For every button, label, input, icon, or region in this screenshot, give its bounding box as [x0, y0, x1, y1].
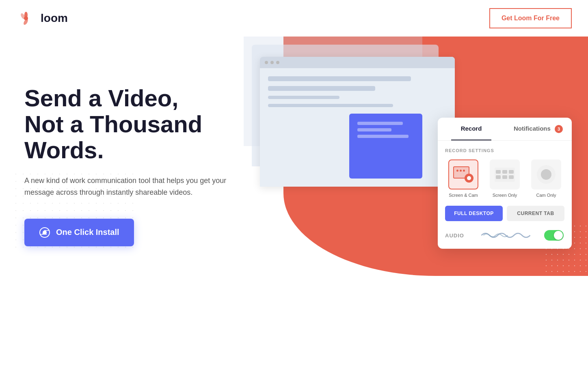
- toggle-knob: [554, 231, 563, 240]
- current-tab-button[interactable]: CURRENT TAB: [507, 206, 564, 221]
- svg-point-0: [24, 16, 28, 20]
- brands-section: Red Bull Dropbox zendesk: [0, 365, 588, 381]
- main-content: Send a Video, Not a Thousand Words. A ne…: [0, 0, 588, 381]
- tab-record[interactable]: Record: [438, 118, 505, 140]
- screen-only-visual: [495, 168, 515, 182]
- audio-row: AUDIO: [445, 229, 564, 241]
- loom-logo-icon: [16, 9, 36, 28]
- hero-title: Send a Video, Not a Thousand Words.: [24, 85, 252, 163]
- nav-use-cases[interactable]: Use Cases: [346, 15, 379, 22]
- blue-block: [349, 114, 422, 179]
- option-screen-only[interactable]: Screen Only: [486, 159, 523, 198]
- browser-line-2: [268, 86, 375, 91]
- logo-text: loom: [41, 12, 68, 25]
- browser-dot-1: [265, 61, 268, 64]
- get-loom-button[interactable]: Get Loom For Free: [489, 8, 572, 28]
- install-button[interactable]: One Click Install: [24, 219, 134, 246]
- notification-badge: 3: [555, 125, 563, 133]
- option-cam-only[interactable]: Cam Only: [528, 159, 564, 198]
- record-options: Screen & Cam: [445, 159, 564, 198]
- cam-part: [465, 174, 473, 183]
- browser-dot-2: [270, 61, 274, 64]
- hero-subtitle: A new kind of work communication tool th…: [24, 175, 236, 198]
- screen-cam-icon-bg: [448, 159, 478, 189]
- blue-line-1: [357, 122, 403, 125]
- browser-line-4: [268, 104, 393, 107]
- blue-line-3: [357, 135, 409, 138]
- audio-toggle[interactable]: [544, 230, 564, 241]
- scope-buttons: FULL DESKTOP CURRENT TAB: [445, 206, 564, 221]
- option-screen-cam[interactable]: Screen & Cam: [445, 159, 482, 198]
- nav-desktop-app[interactable]: Desktop App: [395, 15, 435, 22]
- hero-left: Send a Video, Not a Thousand Words. A ne…: [0, 69, 252, 246]
- browser-content: [260, 68, 455, 115]
- cam-only-label: Cam Only: [536, 193, 556, 198]
- header-nav: Use Cases Desktop App Sign In Get Loom F…: [283, 0, 588, 37]
- screen-dots: [456, 170, 465, 172]
- browser-line-1: [268, 76, 411, 81]
- screen-only-icon-bg: [490, 159, 520, 189]
- chrome-icon: [39, 227, 50, 238]
- hero-section: Send a Video, Not a Thousand Words. A ne…: [0, 37, 588, 300]
- audio-toggle-wrap: [544, 230, 564, 241]
- settings-label: RECORD SETTINGS: [445, 148, 564, 153]
- full-desktop-button[interactable]: FULL DESKTOP: [445, 206, 503, 221]
- audio-waveform: [472, 229, 539, 241]
- browser-line-3: [268, 96, 339, 99]
- screen-only-label: Screen Only: [493, 193, 517, 198]
- screen-cam-visual: [453, 166, 473, 183]
- cam-only-icon-bg: [531, 159, 561, 189]
- logo-area[interactable]: loom: [16, 9, 68, 28]
- audio-label: AUDIO: [445, 232, 467, 239]
- panel-body: RECORD SETTINGS: [438, 141, 572, 249]
- tab-notifications[interactable]: Notifications 3: [505, 118, 572, 140]
- browser-dot-3: [276, 61, 279, 64]
- panel-tabs: Record Notifications 3: [438, 118, 572, 141]
- browser-bar: [260, 57, 455, 68]
- cam-only-visual: [537, 165, 556, 184]
- blue-line-2: [357, 128, 391, 131]
- screen-cam-label: Screen & Cam: [449, 193, 478, 198]
- browser-mockup-main: [260, 57, 455, 187]
- record-panel: Record Notifications 3 RECORD SETTINGS: [438, 118, 572, 249]
- nav-sign-in[interactable]: Sign In: [452, 15, 473, 22]
